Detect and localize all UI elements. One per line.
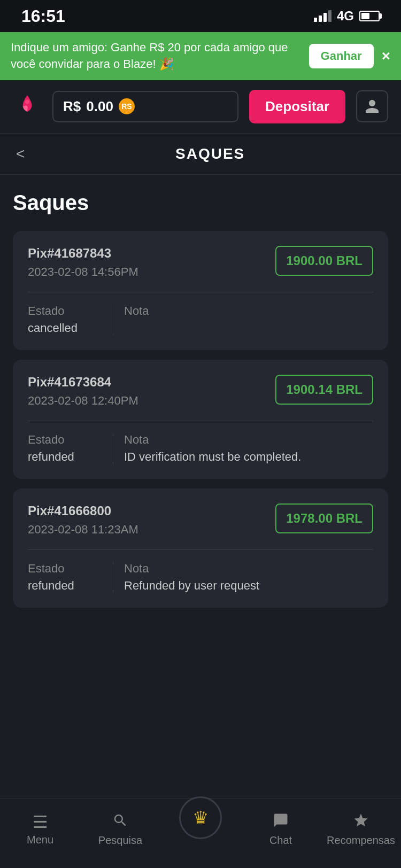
nav-item-pesquisa[interactable]: Pesquisa	[80, 812, 160, 847]
nota-value: Refunded by user request	[124, 579, 373, 593]
network-label: 4G	[337, 9, 354, 24]
rs-badge: RS	[119, 98, 135, 114]
status-bar: 16:51 4G	[0, 0, 401, 32]
estado-section: Estado refunded	[28, 562, 113, 593]
card-bottom: Estado refunded Nota Refunded by user re…	[28, 562, 373, 593]
nav-item-recompensas[interactable]: Recompensas	[321, 812, 401, 847]
page-navigation: < SAQUES	[0, 134, 401, 175]
signal-icon	[314, 10, 331, 22]
user-icon	[364, 98, 380, 114]
status-time: 16:51	[21, 6, 65, 26]
section-title: Saques	[13, 191, 388, 215]
withdrawal-card: Pix#41666800 2023-02-08 11:23AM 1978.00 …	[13, 489, 388, 608]
promo-banner: Indique um amigo: Ganhe R$ 20 por cada a…	[0, 32, 401, 80]
nota-section: Nota	[124, 304, 373, 321]
svg-point-0	[25, 100, 29, 104]
nav-label-recompensas: Recompensas	[327, 834, 395, 847]
card-top: Pix#41673684 2023-02-08 12:40PM 1900.14 …	[28, 375, 373, 408]
currency-label: R$	[63, 98, 81, 115]
nav-item-chat[interactable]: Chat	[241, 812, 321, 847]
nota-section: Nota ID verification must be completed.	[124, 433, 373, 464]
withdrawals-list: Pix#41687843 2023-02-08 14:56PM 1900.00 …	[13, 231, 388, 608]
card-bottom: Estado cancelled Nota	[28, 304, 373, 335]
back-button[interactable]: <	[16, 145, 25, 162]
card-top: Pix#41687843 2023-02-08 14:56PM 1900.00 …	[28, 246, 373, 279]
menu-icon: ☰	[33, 813, 48, 831]
deposit-button[interactable]: Depositar	[249, 90, 345, 123]
user-profile-button[interactable]	[356, 90, 388, 122]
estado-section: Estado cancelled	[28, 304, 113, 335]
balance-value: 0.00	[86, 98, 113, 115]
app-logo[interactable]	[13, 92, 42, 121]
estado-section: Estado refunded	[28, 433, 113, 464]
estado-label: Estado	[28, 304, 102, 318]
main-content: Saques Pix#41687843 2023-02-08 14:56PM 1…	[0, 175, 401, 692]
card-info: Pix#41666800 2023-02-08 11:23AM	[28, 503, 275, 537]
card-top: Pix#41666800 2023-02-08 11:23AM 1978.00 …	[28, 503, 373, 537]
date-time: 2023-02-08 14:56PM	[28, 265, 275, 279]
chat-icon	[273, 812, 289, 831]
card-divider	[28, 292, 373, 292]
nota-label: Nota	[124, 433, 373, 447]
nota-section: Nota Refunded by user request	[124, 562, 373, 593]
withdrawal-card: Pix#41673684 2023-02-08 12:40PM 1900.14 …	[13, 360, 388, 479]
withdrawal-card: Pix#41687843 2023-02-08 14:56PM 1900.00 …	[13, 231, 388, 350]
home-center-circle: ♛	[179, 796, 222, 839]
amount-badge: 1978.00 BRL	[275, 503, 373, 533]
crown-icon: ♛	[192, 807, 209, 828]
battery-icon	[359, 11, 380, 21]
estado-label: Estado	[28, 433, 102, 447]
card-info: Pix#41687843 2023-02-08 14:56PM	[28, 246, 275, 279]
banner-ganhar-button[interactable]: Ganhar	[309, 44, 374, 68]
card-divider	[28, 421, 373, 421]
pix-id: Pix#41673684	[28, 375, 275, 390]
amount-badge: 1900.14 BRL	[275, 375, 373, 405]
rewards-icon	[353, 812, 369, 831]
banner-text: Indique um amigo: Ganhe R$ 20 por cada a…	[11, 40, 301, 73]
nota-label: Nota	[124, 304, 373, 318]
pix-id: Pix#41687843	[28, 246, 275, 261]
app-header: R$ 0.00 RS Depositar	[0, 80, 401, 134]
estado-label: Estado	[28, 562, 102, 576]
date-time: 2023-02-08 12:40PM	[28, 394, 275, 408]
nav-item-home[interactable]: ♛	[160, 807, 241, 852]
balance-display[interactable]: R$ 0.00 RS	[52, 91, 238, 122]
page-title: SAQUES	[35, 145, 385, 162]
nav-label-menu: Menu	[27, 834, 53, 846]
estado-value: cancelled	[28, 321, 102, 335]
bottom-navigation: ☰ Menu Pesquisa ♛ Chat Recompensas	[0, 798, 401, 868]
search-icon	[112, 812, 128, 831]
pix-id: Pix#41666800	[28, 503, 275, 518]
card-bottom: Estado refunded Nota ID verification mus…	[28, 433, 373, 464]
estado-value: refunded	[28, 579, 102, 593]
card-info: Pix#41673684 2023-02-08 12:40PM	[28, 375, 275, 408]
card-divider	[28, 549, 373, 550]
banner-close-button[interactable]: ×	[382, 48, 390, 65]
nav-item-menu[interactable]: ☰ Menu	[0, 813, 80, 846]
estado-value: refunded	[28, 450, 102, 464]
nota-label: Nota	[124, 562, 373, 576]
nota-value: ID verification must be completed.	[124, 450, 373, 464]
amount-badge: 1900.00 BRL	[275, 246, 373, 276]
nav-label-chat: Chat	[269, 834, 292, 847]
status-icons: 4G	[314, 9, 380, 24]
nav-label-pesquisa: Pesquisa	[98, 834, 142, 847]
logo-icon	[14, 93, 41, 120]
date-time: 2023-02-08 11:23AM	[28, 523, 275, 537]
